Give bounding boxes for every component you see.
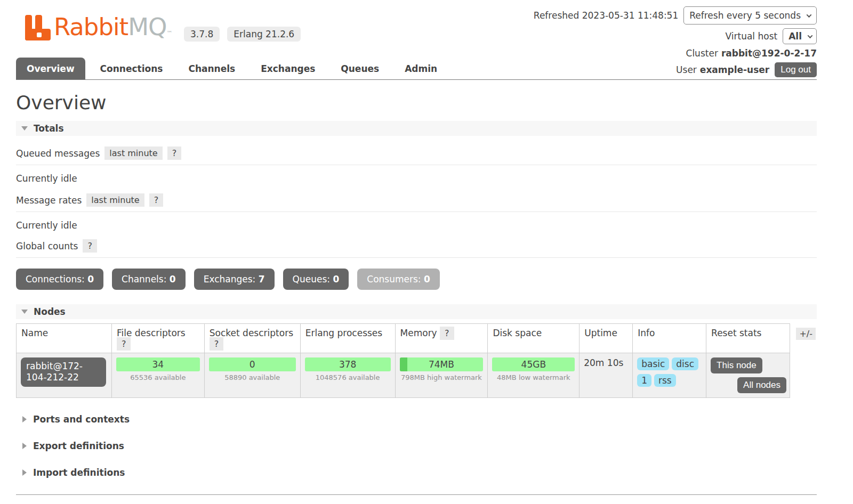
info-tag-1: 1 xyxy=(637,374,651,387)
logout-button[interactable]: Log out xyxy=(775,62,817,77)
totals-section-header[interactable]: Totals xyxy=(16,121,817,136)
cluster-label: Cluster xyxy=(686,48,718,59)
info-tag-disc: disc xyxy=(672,357,698,370)
message-rates-heading: Message rates last minute ? xyxy=(16,185,817,212)
col-socket-descriptors: Socket descriptors ? xyxy=(204,324,300,353)
rabbitmq-logo[interactable]: RabbitMQ™ xyxy=(24,14,172,47)
rabbitmq-version-badge: 3.7.8 xyxy=(184,27,220,42)
disk-space-cell: 45GB 48MB low watermark xyxy=(488,353,580,398)
nodes-section-header[interactable]: Nodes xyxy=(16,304,817,319)
memory-bar-fill xyxy=(400,357,407,371)
exchanges-count-button[interactable]: Exchanges: 7 xyxy=(194,269,275,290)
rates-window-badge[interactable]: last minute xyxy=(86,193,144,207)
col-reset-stats: Reset stats xyxy=(706,324,790,353)
nodes-table-area: +/- Name File descriptors ? Socket descr… xyxy=(16,323,817,398)
socket-descriptors-bar: 0 xyxy=(209,357,296,371)
message-rates-label: Message rates xyxy=(16,195,82,206)
erlang-processes-cell: 378 1048576 available xyxy=(300,353,395,398)
tab-connections[interactable]: Connections xyxy=(90,58,174,79)
col-erlang-processes: Erlang processes xyxy=(300,324,395,353)
consumers-count-badge: Consumers: 0 xyxy=(357,269,440,290)
virtual-host-select[interactable]: All xyxy=(783,28,817,44)
refreshed-timestamp: Refreshed 2023-05-31 11:48:51 xyxy=(534,10,678,21)
ports-and-contexts-title: Ports and contexts xyxy=(33,414,130,425)
tab-queues[interactable]: Queues xyxy=(330,58,390,79)
reset-this-node-button[interactable]: This node xyxy=(711,357,762,373)
collapse-triangle-icon xyxy=(21,310,28,314)
queued-messages-heading: Queued messages last minute ? xyxy=(16,136,817,165)
reset-all-nodes-button[interactable]: All nodes xyxy=(737,377,786,393)
uptime-cell: 20m 10s xyxy=(580,353,633,398)
erlang-version-badge: Erlang 21.2.6 xyxy=(227,27,301,42)
totals-section-title: Totals xyxy=(34,123,64,134)
info-cell: basicdisc1rss xyxy=(633,353,706,398)
socket-descriptors-help-icon[interactable]: ? xyxy=(210,337,224,351)
user-name: example-user xyxy=(700,64,769,75)
import-definitions-section[interactable]: Import definitions xyxy=(22,467,817,478)
cluster-name: rabbit@192-0-2-17 xyxy=(721,48,817,59)
file-descriptors-note: 65536 available xyxy=(116,373,200,381)
file-descriptors-help-icon[interactable]: ? xyxy=(117,337,131,351)
file-descriptors-cell: 34 65536 available xyxy=(111,353,204,398)
queued-window-badge[interactable]: last minute xyxy=(104,147,162,160)
version-badges: 3.7.8 Erlang 21.2.6 xyxy=(184,27,301,42)
brand-name: RabbitMQ™ xyxy=(54,14,172,47)
header-status-block: Refreshed 2023-05-31 11:48:51 Refresh ev… xyxy=(534,6,817,77)
tab-admin[interactable]: Admin xyxy=(394,58,448,79)
info-tag-basic: basic xyxy=(637,357,669,370)
rates-help-icon[interactable]: ? xyxy=(149,193,164,207)
col-memory: Memory ? xyxy=(395,324,488,353)
user-label: User xyxy=(676,64,697,75)
col-uptime: Uptime xyxy=(580,324,633,353)
column-toggle-button[interactable]: +/- xyxy=(796,328,816,340)
memory-help-icon[interactable]: ? xyxy=(440,327,454,340)
queued-idle-text: Currently idle xyxy=(16,173,817,184)
collapse-triangle-icon xyxy=(21,126,28,131)
virtual-host-label: Virtual host xyxy=(726,31,778,42)
header: RabbitMQ™ 3.7.8 Erlang 21.2.6 Refreshed … xyxy=(16,0,817,58)
queues-count-button[interactable]: Queues: 0 xyxy=(283,269,349,290)
export-definitions-section[interactable]: Export definitions xyxy=(22,440,817,451)
virtual-host-value: All xyxy=(788,31,802,42)
node-name-cell: rabbit@172-104-212-22 xyxy=(17,353,112,398)
import-definitions-title: Import definitions xyxy=(33,467,125,478)
expand-triangle-icon xyxy=(22,416,27,422)
ports-and-contexts-section[interactable]: Ports and contexts xyxy=(22,413,817,425)
col-info: Info xyxy=(633,324,706,353)
info-tag-rss: rss xyxy=(654,374,676,387)
erlang-processes-note: 1048576 available xyxy=(305,373,391,381)
connections-count-button[interactable]: Connections: 0 xyxy=(16,269,103,290)
expand-triangle-icon xyxy=(22,469,27,476)
memory-cell: 74MB 798MB high watermark xyxy=(395,353,488,398)
col-disk-space: Disk space xyxy=(488,324,580,353)
global-counts-label: Global counts xyxy=(16,241,78,251)
chevron-down-icon xyxy=(807,12,812,18)
disk-space-bar: 45GB xyxy=(492,357,575,371)
socket-descriptors-cell: 0 58890 available xyxy=(204,353,300,398)
page: RabbitMQ™ 3.7.8 Erlang 21.2.6 Refreshed … xyxy=(16,0,817,504)
tab-exchanges[interactable]: Exchanges xyxy=(250,58,326,79)
refresh-interval-select[interactable]: Refresh every 5 seconds xyxy=(683,6,817,25)
queued-help-icon[interactable]: ? xyxy=(167,147,182,160)
nodes-table-header-row: Name File descriptors ? Socket descripto… xyxy=(17,324,790,353)
disk-space-note: 48MB low watermark xyxy=(492,373,575,381)
memory-bar: 74MB xyxy=(400,357,484,371)
tab-overview[interactable]: Overview xyxy=(16,58,85,79)
brand-mq: MQ xyxy=(128,13,166,41)
socket-descriptors-note: 58890 available xyxy=(209,373,296,381)
reset-stats-cell: This node All nodes xyxy=(706,353,790,398)
global-counts-help-icon[interactable]: ? xyxy=(83,239,97,253)
nodes-section-title: Nodes xyxy=(34,306,66,317)
tab-channels[interactable]: Channels xyxy=(178,58,246,79)
erlang-processes-bar: 378 xyxy=(305,357,391,371)
refresh-interval-value: Refresh every 5 seconds xyxy=(689,10,801,21)
global-counts-heading: Global counts ? xyxy=(16,232,817,258)
channels-count-button[interactable]: Channels: 0 xyxy=(112,269,186,290)
file-descriptors-bar: 34 xyxy=(116,357,200,371)
rates-idle-text: Currently idle xyxy=(16,220,817,231)
export-definitions-title: Export definitions xyxy=(33,441,124,451)
uptime-value: 20m 10s xyxy=(584,357,623,368)
nodes-table: Name File descriptors ? Socket descripto… xyxy=(16,323,790,398)
col-file-descriptors: File descriptors ? xyxy=(111,324,204,353)
node-row: rabbit@172-104-212-22 34 65536 available… xyxy=(17,353,790,398)
